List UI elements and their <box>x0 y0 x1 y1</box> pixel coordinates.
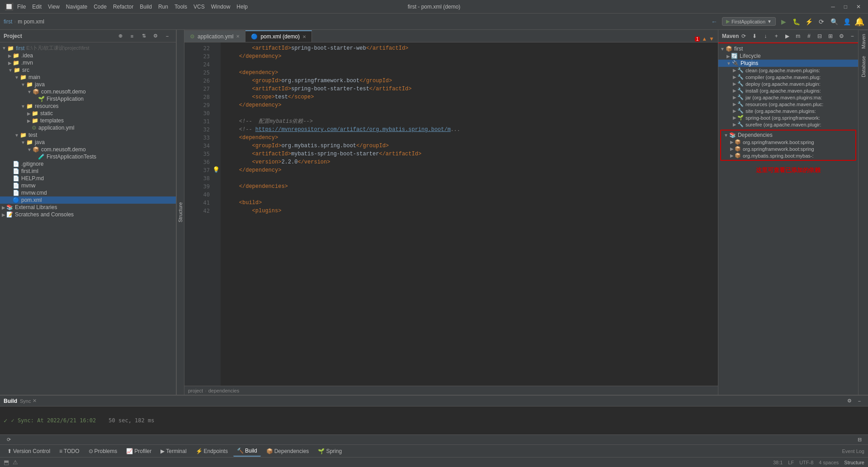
tree-item-first-iml[interactable]: ▶ 📄 first.iml <box>0 168 176 175</box>
database-vtab[interactable]: Database <box>859 52 868 81</box>
close-button[interactable]: ✕ <box>854 4 863 10</box>
toolbar-todo[interactable]: ≡ TODO <box>56 446 83 457</box>
maven-expand-icon[interactable]: ⊞ <box>826 31 835 41</box>
menu-build[interactable]: Build <box>140 4 152 10</box>
run-configuration[interactable]: ▶ FirstApplication ▼ <box>722 17 776 26</box>
settings-button[interactable]: 🔔 <box>854 17 864 27</box>
event-log-label[interactable]: Event Log <box>842 448 864 454</box>
sidebar-icon-settings[interactable]: ⚙ <box>151 31 160 41</box>
tree-item-package[interactable]: ▼ 📦 com.neusoft.demo <box>0 88 176 95</box>
maven-refresh-icon[interactable]: ⟳ <box>739 31 749 41</box>
maven-item-plugins[interactable]: ▼ 🔌 Plugins <box>718 60 858 67</box>
maven-collapse-icon[interactable]: ⊟ <box>815 31 825 41</box>
toolbar-version-control[interactable]: ⬆ Version Control <box>4 446 54 457</box>
menu-edit[interactable]: Edit <box>32 4 42 10</box>
status-icon-warn[interactable]: ⚠ <box>13 459 18 466</box>
charset[interactable]: UTF-8 <box>799 460 813 465</box>
cursor-position[interactable]: 38:1 <box>773 460 783 465</box>
structure-label[interactable]: Structure <box>177 200 184 225</box>
tab-yml-close[interactable]: ✕ <box>236 34 240 39</box>
tree-item-mvn[interactable]: ▶ 📁 .mvn <box>0 59 176 66</box>
code-editor[interactable]: <artifactId>spring-boot-starter-web</art… <box>221 42 718 386</box>
tab-pom-close[interactable]: ✕ <box>302 34 306 39</box>
maven-item-install[interactable]: ▶ 🔧 install (org.apache.maven.plugins: <box>718 87 858 94</box>
more-run-button[interactable]: ⟳ <box>816 17 826 27</box>
maven-item-clean[interactable]: ▶ 🔧 clean (org.apache.maven.plugins: <box>718 67 858 74</box>
tree-item-main[interactable]: ▼ 📁 main <box>0 74 176 81</box>
line-ending[interactable]: LF <box>788 460 794 465</box>
tree-item-scratches[interactable]: ▶ 📝 Scratches and Consoles <box>0 211 176 218</box>
maven-settings-icon[interactable]: ⚙ <box>836 31 846 41</box>
expand-all-icon[interactable]: ⊟ <box>854 435 864 445</box>
tree-item-test[interactable]: ▼ 📁 test <box>0 131 176 139</box>
tree-item-ext-libs[interactable]: ▶ 📚 External Libraries <box>0 204 176 211</box>
tab-application-yml[interactable]: ⚙ application.yml ✕ <box>184 30 245 42</box>
menu-help[interactable]: Help <box>236 4 248 10</box>
breadcrumb-file[interactable]: m pom.xml <box>18 19 44 25</box>
maven-item-compiler[interactable]: ▶ 🔧 compiler (org.apache.maven.plug: <box>718 74 858 80</box>
menu-view[interactable]: View <box>48 4 60 10</box>
restore-button[interactable]: □ <box>841 4 850 10</box>
maven-run-icon[interactable]: ▶ <box>782 31 792 41</box>
menu-vcs[interactable]: VCS <box>193 4 205 10</box>
maven-logo-icon[interactable]: m <box>793 31 803 41</box>
maven-item-dep2[interactable]: ▶ 📦 org.springframework.boot:spring <box>722 145 854 152</box>
menu-file[interactable]: File <box>17 4 26 10</box>
tree-item-gitignore[interactable]: ▶ 📄 .gitignore <box>0 160 176 168</box>
tree-item-first-app[interactable]: ▶ 🌱 FirstApplication <box>0 95 176 103</box>
tree-item-pom-xml[interactable]: ▶ 🔵 pom.xml <box>0 196 176 204</box>
breadcrumb-project-label[interactable]: project <box>188 388 203 393</box>
menu-navigate[interactable]: Navigate <box>66 4 87 10</box>
sidebar-icon-minimize[interactable]: − <box>162 31 172 41</box>
error-nav-up[interactable]: ▲ <box>702 36 707 42</box>
maven-item-site[interactable]: ▶ 🔧 site (org.apache.maven.plugins: <box>718 107 858 114</box>
maven-item-jar[interactable]: ▶ 🔧 jar (org.apache.maven.plugins:ma: <box>718 94 858 101</box>
status-icon-left[interactable]: ⬒ <box>4 459 9 466</box>
toolbar-endpoints[interactable]: ⚡ Endpoints <box>192 446 231 457</box>
maven-item-resources[interactable]: ▶ 🔧 resources (org.apache.maven.pluc: <box>718 101 858 107</box>
maven-skip-icon[interactable]: # <box>804 31 814 41</box>
build-minimize-icon[interactable]: − <box>854 396 864 406</box>
search-everywhere-button[interactable]: 🔍 <box>829 17 839 27</box>
right-side-structure[interactable]: Structure <box>844 460 864 465</box>
tree-item-templates[interactable]: ▶ 📁 templates <box>0 117 176 124</box>
menu-code[interactable]: Code <box>94 4 107 10</box>
tree-item-application-yml[interactable]: ▶ ⚙ application.yml <box>0 124 176 131</box>
menu-window[interactable]: Window <box>211 4 231 10</box>
menu-run[interactable]: Run <box>158 4 168 10</box>
run-coverage-button[interactable]: ⚡ <box>804 17 814 27</box>
sidebar-icon-collapse[interactable]: ≡ <box>127 31 137 41</box>
maven-item-dependencies[interactable]: ▼ 📚 Dependencies <box>722 131 854 139</box>
maven-item-dep1[interactable]: ▶ 📦 org.springframework.boot:spring <box>722 139 854 145</box>
maven-add-icon[interactable]: + <box>771 31 781 41</box>
toolbar-profiler[interactable]: 📈 Profiler <box>123 446 155 457</box>
build-sync-label[interactable]: Sync <box>20 398 31 404</box>
maven-minimize-icon[interactable]: − <box>847 31 857 41</box>
indent-setting[interactable]: 4 spaces <box>819 460 839 465</box>
debug-button[interactable]: 🐛 <box>791 17 801 27</box>
toolbar-dependencies[interactable]: 📦 Dependencies <box>263 446 313 457</box>
toolbar-terminal[interactable]: ▶ Terminal <box>157 446 190 457</box>
minimize-button[interactable]: ─ <box>828 4 838 10</box>
toolbar-build[interactable]: 🔨 Build <box>233 446 261 457</box>
tab-pom-xml[interactable]: 🔵 pom.xml (demo) ✕ <box>245 30 312 42</box>
toolbar-spring[interactable]: 🌱 Spring <box>314 446 345 457</box>
run-config-dropdown[interactable]: ▼ <box>767 19 772 24</box>
maven-item-surefire[interactable]: ▶ 🔧 surefire (org.apache.maven.plugir: <box>718 121 858 128</box>
build-action-icon-1[interactable]: ⟳ <box>4 435 14 445</box>
menu-refactor[interactable]: Refactor <box>113 4 133 10</box>
maven-download-icon[interactable]: ↓ <box>760 31 770 41</box>
build-sync-close[interactable]: ✕ <box>33 398 37 404</box>
tree-item-idea[interactable]: ▶ 📁 .idea <box>0 52 176 59</box>
back-icon[interactable]: ← <box>709 17 719 27</box>
profile-icon[interactable]: 👤 <box>842 17 852 27</box>
tree-item-mvnw[interactable]: ▶ 📄 mvnw <box>0 182 176 189</box>
error-nav-down[interactable]: ▼ <box>709 36 714 42</box>
tree-item-src[interactable]: ▼ 📁 src <box>0 66 176 74</box>
maven-reimport-icon[interactable]: ⬇ <box>750 31 760 41</box>
maven-item-deploy[interactable]: ▶ 🔧 deploy (org.apache.maven.plugin: <box>718 80 858 87</box>
tree-item-first[interactable]: ▼ 📁 first E:\卜凡\软工课设\project\first <box>0 44 176 52</box>
maven-item-dep3[interactable]: ▶ 📦 org.mybatis.spring.boot:mybas-: <box>722 152 854 159</box>
breadcrumb-deps-label[interactable]: dependencies <box>208 388 240 393</box>
menu-tools[interactable]: Tools <box>175 4 187 10</box>
